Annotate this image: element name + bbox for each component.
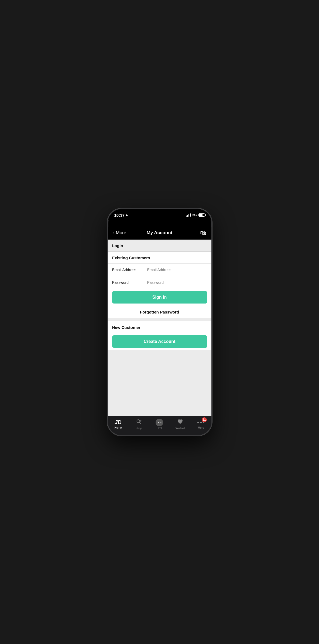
back-label: More [116, 230, 126, 236]
page-content: Login Existing Customers Email Address P… [108, 240, 211, 416]
signal-bar-3 [188, 214, 189, 217]
phone-frame: 10:37 ▶ 5G ‹ More My Account 🛍 [107, 208, 212, 436]
login-section-title: Login [112, 243, 123, 248]
status-bar: 10:37 ▶ 5G [108, 209, 211, 220]
existing-customers-form: Existing Customers Email Address Passwor… [108, 252, 211, 318]
svg-line-1 [139, 422, 141, 424]
bottom-nav: JD Home Shop JD× JDX [108, 416, 211, 435]
wishlist-icon [177, 419, 183, 426]
location-icon: ▶ [126, 213, 128, 217]
more-label: More [198, 426, 204, 429]
create-account-button[interactable]: Create Account [112, 335, 207, 348]
nav-item-shop[interactable]: Shop [128, 416, 149, 430]
nav-item-jdx[interactable]: JD× JDX [149, 416, 170, 430]
back-arrow-icon: ‹ [113, 230, 115, 236]
new-customer-title: New Customer [108, 321, 211, 333]
network-type: 5G [192, 213, 197, 217]
shop-icon [136, 419, 142, 426]
nav-item-home[interactable]: JD Home [108, 416, 129, 430]
form-section-title: Existing Customers [108, 252, 211, 264]
email-label: Email Address [112, 268, 147, 272]
status-right: 5G [186, 213, 205, 217]
password-label: Password [112, 280, 147, 285]
signal-bar-4 [190, 213, 191, 217]
bag-icon[interactable]: 🛍 [200, 229, 206, 236]
login-section-header: Login [108, 240, 211, 252]
page-title: My Account [135, 230, 184, 236]
svg-point-4 [197, 422, 199, 423]
shop-label: Shop [136, 427, 142, 430]
more-badge: 11 [202, 417, 207, 422]
battery-fill [199, 214, 203, 216]
signal-bar-2 [187, 215, 188, 217]
svg-point-0 [137, 420, 140, 422]
forgotten-password-button[interactable]: Forgotten Password [108, 306, 211, 318]
password-input[interactable] [147, 280, 207, 285]
status-time: 10:37 ▶ [114, 213, 128, 217]
more-icon: 11 [197, 419, 205, 426]
email-input-area[interactable] [147, 267, 207, 272]
time-text: 10:37 [114, 213, 125, 217]
signal-bars [186, 213, 191, 217]
back-button[interactable]: ‹ More [113, 230, 135, 236]
password-input-area[interactable] [147, 280, 207, 285]
jdx-label: JDX [157, 427, 162, 430]
battery-icon [198, 213, 205, 217]
svg-point-5 [200, 422, 202, 423]
sign-in-button[interactable]: Sign In [112, 291, 207, 304]
new-customer-section: New Customer Create Account [108, 321, 211, 350]
home-icon: JD [115, 419, 122, 426]
dynamic-island [143, 219, 176, 227]
email-row: Email Address [108, 264, 211, 276]
nav-right: 🛍 [184, 229, 206, 236]
password-row: Password [108, 276, 211, 289]
wishlist-label: Wishlist [176, 427, 185, 430]
email-input[interactable] [147, 268, 207, 272]
jd-logo: JD [115, 419, 122, 425]
nav-item-wishlist[interactable]: Wishlist [170, 416, 191, 430]
nav-bar: ‹ More My Account 🛍 [108, 227, 211, 240]
jdx-icon: JD× [156, 419, 163, 426]
jdx-badge: JD× [156, 419, 163, 426]
home-label: Home [115, 426, 122, 429]
signal-bar-1 [186, 216, 187, 217]
nav-item-more[interactable]: 11 More [191, 416, 211, 430]
